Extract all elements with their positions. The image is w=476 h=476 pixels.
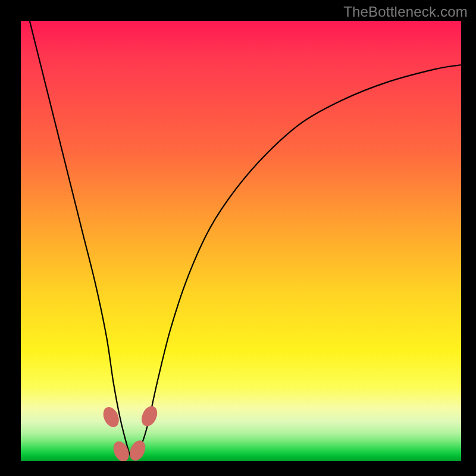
curve-marker <box>139 403 160 428</box>
chart-frame: TheBottleneck.com <box>0 0 476 476</box>
curve-markers <box>100 403 160 461</box>
watermark-text: TheBottleneck.com <box>343 4 468 20</box>
chart-svg <box>21 21 461 461</box>
plot-area <box>21 21 461 461</box>
bottleneck-curve <box>30 21 461 458</box>
curve-marker <box>127 438 148 461</box>
